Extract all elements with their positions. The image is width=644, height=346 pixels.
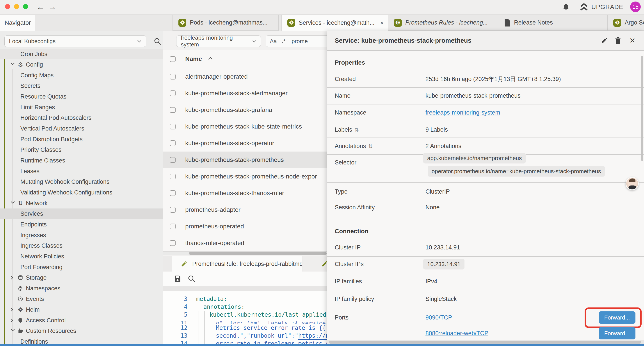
sidebar-item-namespaces[interactable]: Namespaces xyxy=(0,283,163,294)
trash-icon[interactable] xyxy=(614,36,622,45)
row-checkbox[interactable] xyxy=(170,74,176,79)
yaml-editor[interactable]: 3metadata:4annotations:5kubectl.kubernet… xyxy=(163,291,327,344)
search-icon[interactable] xyxy=(154,37,162,45)
maximize-window-button[interactable] xyxy=(23,4,28,9)
chevron-down-icon[interactable] xyxy=(10,329,15,333)
sort-toggle-icon[interactable]: ⇅ xyxy=(354,127,359,133)
table-row[interactable]: alertmanager-operated xyxy=(163,68,327,85)
minimize-window-button[interactable] xyxy=(14,4,19,9)
name-filter-input[interactable]: Aa .* prome xyxy=(266,35,327,47)
regex-icon[interactable]: .* xyxy=(282,38,286,45)
sidebar-item-pod-disruption-budgets[interactable]: Pod Disruption Budgets xyxy=(0,134,163,145)
sidebar-item-endpoints[interactable]: Endpoints xyxy=(0,219,163,230)
row-checkbox[interactable] xyxy=(170,124,176,129)
table-row[interactable]: kube-prometheus-stack-operator xyxy=(163,135,327,152)
sidebar-item-ingress-classes[interactable]: Ingress Classes xyxy=(0,240,163,251)
table-row[interactable]: prometheus-operated xyxy=(163,218,327,235)
editor-tab-prometheusrule[interactable]: PrometheusRule: freeleaps-prod-rabbitmq xyxy=(172,256,302,272)
sidebar-item-storage[interactable]: Storage xyxy=(0,272,163,283)
sidebar-item-custom-resources[interactable]: Custom Resources xyxy=(0,326,163,336)
tab-argo-se[interactable]: ☸Argo Se xyxy=(608,15,644,31)
namespace-link[interactable]: freeleaps-monitoring-system xyxy=(426,109,500,116)
sidebar-item-resource-quotas[interactable]: Resource Quotas xyxy=(0,91,163,102)
chevron-down-icon[interactable] xyxy=(10,201,15,205)
namespace-select[interactable]: freeleaps-monitoring-system xyxy=(176,35,261,47)
row-checkbox[interactable] xyxy=(170,207,176,213)
close-icon[interactable]: ✕ xyxy=(628,36,637,45)
sort-asc-icon[interactable] xyxy=(208,57,213,60)
sidebar-item-validating-webhook-configurations[interactable]: Validating Webhook Configurations xyxy=(0,187,163,198)
sidebar-item-mutating-webhook-configurations[interactable]: Mutating Webhook Configurations xyxy=(0,177,163,187)
table-row[interactable]: kube-prometheus-stack-alertmanager xyxy=(163,85,327,102)
sidebar-item-helm[interactable]: ☸Helm xyxy=(0,304,163,315)
table-row[interactable]: thanos-ruler-operated xyxy=(163,235,327,252)
row-checkbox[interactable] xyxy=(170,157,176,163)
row-checkbox[interactable] xyxy=(170,190,176,196)
upgrade-double-chevron-icon[interactable] xyxy=(580,3,588,11)
row-checkbox[interactable] xyxy=(170,90,176,96)
row-checkbox[interactable] xyxy=(170,240,176,246)
table-row[interactable]: kube-prometheus-stack-grafana xyxy=(163,102,327,118)
editor-tab-partial[interactable] xyxy=(302,256,327,272)
sidebar-item-priority-classes[interactable]: Priority Classes xyxy=(0,145,163,155)
sidebar-item-cron-jobs[interactable]: Cron Jobs xyxy=(0,49,163,59)
table-hscrollbar-thumb[interactable] xyxy=(189,252,326,255)
row-checkbox[interactable] xyxy=(170,174,176,179)
sidebar-item-config-maps[interactable]: Config Maps xyxy=(0,70,163,81)
sidebar-item-leases[interactable]: Leases xyxy=(0,166,163,177)
row-checkbox[interactable] xyxy=(170,224,176,229)
back-icon[interactable]: ← xyxy=(36,3,44,11)
search-icon[interactable] xyxy=(188,275,196,283)
row-checkbox[interactable] xyxy=(170,140,176,146)
runbook-url-link[interactable]: https://net xyxy=(298,333,327,340)
chevron-right-icon[interactable] xyxy=(10,318,15,323)
forward-button[interactable]: Forward... xyxy=(599,327,636,340)
row-checkbox[interactable] xyxy=(170,107,176,113)
tab-prometheus-rules-icecheng[interactable]: ☸Prometheus Rules - icecheng... xyxy=(388,15,498,31)
table-row[interactable]: kube-prometheus-stack-thanos-ruler xyxy=(163,185,327,202)
match-case-icon[interactable]: Aa xyxy=(270,38,277,45)
sidebar-item-services[interactable]: Services xyxy=(0,209,163,219)
chevron-right-icon[interactable] xyxy=(10,308,15,312)
upgrade-label[interactable]: UPGRADE xyxy=(592,3,623,10)
sidebar-item-definitions[interactable]: Definitions xyxy=(0,336,163,344)
table-row[interactable]: kube-prometheus-stack-prometheus-node-ex… xyxy=(163,168,327,185)
save-icon[interactable] xyxy=(174,275,182,283)
table-hscrollbar-track[interactable] xyxy=(163,252,327,255)
close-icon[interactable]: × xyxy=(380,19,384,26)
select-all-checkbox[interactable] xyxy=(170,56,176,62)
table-row[interactable]: prometheus-adapter xyxy=(163,201,327,218)
port-link[interactable]: 9090/TCP xyxy=(426,314,452,321)
sidebar-item-access-control[interactable]: Access Control xyxy=(0,315,163,326)
tab-pods-icecheng-mathmas[interactable]: ☸Pods - icecheng@mathmas... xyxy=(172,15,278,31)
sidebar-item-secrets[interactable]: Secrets xyxy=(0,81,163,91)
bell-icon[interactable] xyxy=(562,3,570,11)
sidebar-item-runtime-classes[interactable]: Runtime Classes xyxy=(0,155,163,166)
notification-badge[interactable]: 15 xyxy=(630,1,641,12)
sidebar-item-vertical-pod-autoscalers[interactable]: Vertical Pod Autoscalers xyxy=(0,123,163,134)
tab-release-notes[interactable]: Release Notes xyxy=(498,15,608,31)
chevron-right-icon[interactable] xyxy=(10,276,15,280)
edit-pencil-icon[interactable] xyxy=(600,36,609,45)
sidebar-item-limit-ranges[interactable]: Limit Ranges xyxy=(0,102,163,113)
forward-icon[interactable]: → xyxy=(48,3,56,11)
chevron-down-icon[interactable] xyxy=(10,62,15,67)
sidebar-item-ingresses[interactable]: Ingresses xyxy=(0,230,163,240)
port-link[interactable]: 8080:reloader-web/TCP xyxy=(426,330,488,337)
sidebar-item-network-policies[interactable]: Network Policies xyxy=(0,251,163,262)
sidebar-item-horizontal-pod-autoscalers[interactable]: Horizontal Pod Autoscalers xyxy=(0,113,163,123)
sort-toggle-icon[interactable]: ⇅ xyxy=(368,143,373,149)
sidebar-item-port-forwarding[interactable]: Port Forwarding xyxy=(0,262,163,272)
avatar[interactable] xyxy=(626,177,639,190)
kubeconfig-select[interactable]: Local Kubeconfigs xyxy=(4,35,146,47)
sidebar-item-network[interactable]: ⇅Network xyxy=(0,198,163,209)
table-row[interactable]: kube-prometheus-stack-prometheus xyxy=(163,152,327,168)
drawer-hscrollbar-thumb[interactable] xyxy=(329,341,641,344)
drawer-vscrollbar-thumb[interactable] xyxy=(641,56,643,161)
tab-services-icecheng-math[interactable]: ☸Services - icecheng@math...× xyxy=(282,15,388,31)
table-row[interactable]: kube-prometheus-stack-kube-state-metrics xyxy=(163,118,327,135)
tab-navigator[interactable]: Navigator xyxy=(0,15,35,31)
drawer-hscrollbar-track[interactable] xyxy=(327,340,644,344)
sidebar-item-config[interactable]: ⚙Config xyxy=(0,59,163,70)
sidebar-item-events[interactable]: Events xyxy=(0,294,163,304)
